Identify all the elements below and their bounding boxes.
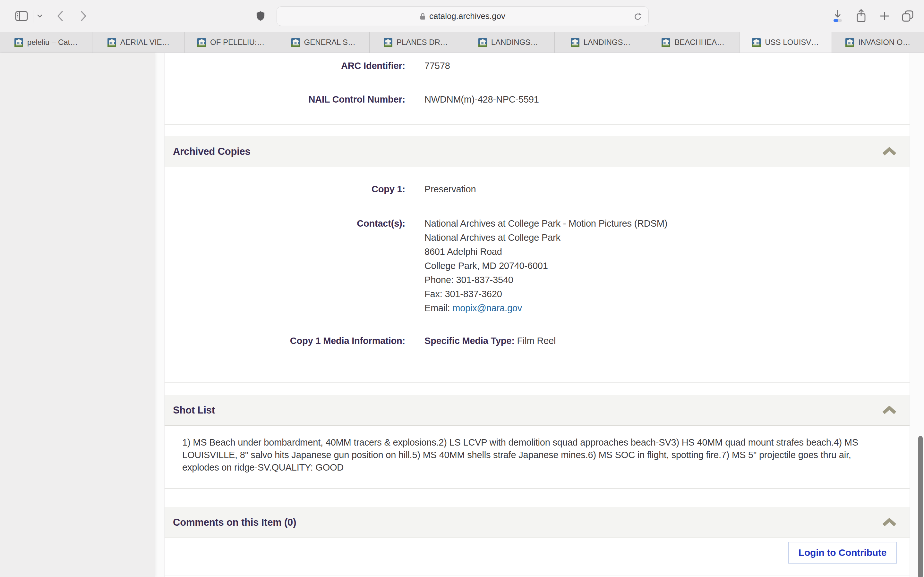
contact-line: 8601 Adelphi Road [425, 245, 909, 259]
contact-line: College Park, MD 20740-6001 [425, 259, 909, 273]
nara-favicon [384, 38, 393, 47]
section-title: Archived Copies [173, 146, 250, 157]
field-row-nail-control-number: NAIL Control Number: NWDNM(m)-428-NPC-55… [165, 93, 909, 106]
browser-tab[interactable]: PLANES DR… [370, 32, 462, 53]
browser-tab[interactable]: peleliu – Cat… [0, 32, 92, 53]
sidebar-toggle-button[interactable] [13, 0, 29, 32]
field-value: Specific Media Type: Film Reel [425, 334, 909, 347]
field-row-contacts: Contact(s): National Archives at College… [165, 216, 909, 315]
tab-overview-button[interactable] [898, 0, 917, 32]
field-row-media-information: Copy 1 Media Information: Specific Media… [165, 334, 909, 347]
address-bar[interactable]: catalog.archives.gov [276, 6, 649, 26]
media-type-value: Film Reel [517, 335, 556, 346]
section-divider [165, 124, 909, 125]
shot-list-text: 1) MS Beach under bombardment, 40MM trac… [182, 436, 879, 474]
contact-line: Phone: 301-837-3540 [425, 273, 909, 287]
back-button[interactable] [51, 0, 69, 32]
contact-email-line: Email: mopix@nara.gov [425, 301, 909, 315]
field-label: Copy 1 Media Information: [165, 334, 405, 347]
section-title: Shot List [173, 405, 215, 416]
email-label: Email: [425, 303, 452, 313]
tab-title: OF PELELIU:… [210, 38, 264, 47]
forward-icon [79, 10, 87, 22]
page-viewport: ARC Identifier: 77578 NAIL Control Numbe… [0, 53, 924, 577]
lock-icon [420, 13, 425, 20]
collapse-chevron-up-icon[interactable] [882, 406, 897, 415]
field-value: NWDNM(m)-428-NPC-5591 [425, 93, 909, 106]
tab-title: BEACHHEA… [674, 38, 724, 47]
field-value: 77578 [425, 59, 909, 72]
nara-favicon [478, 38, 487, 47]
collapse-chevron-up-icon[interactable] [882, 147, 897, 156]
nara-favicon [15, 38, 23, 47]
login-to-contribute-button[interactable]: Login to Contribute [788, 542, 897, 564]
tab-title: peleliu – Cat… [27, 38, 78, 47]
tab-overview-icon [901, 10, 914, 22]
back-icon [56, 10, 65, 22]
tab-title: USS LOUISV… [765, 38, 819, 47]
tab-title: GENERAL S… [304, 38, 356, 47]
tab-title: INVASION O… [858, 38, 910, 47]
collapse-chevron-up-icon[interactable] [882, 518, 897, 527]
section-divider [165, 488, 909, 489]
tab-bar: peleliu – Cat… AERIAL VIE… [0, 32, 924, 53]
sidebar-toggle-icon [15, 11, 28, 21]
section-header-shot-list[interactable]: Shot List [165, 395, 909, 426]
field-row-arc-identifier: ARC Identifier: 77578 [165, 59, 909, 72]
tab-title: AERIAL VIE… [120, 38, 170, 47]
nara-favicon [197, 38, 206, 47]
contact-address-lines: National Archives at College Park - Moti… [425, 216, 909, 301]
email-link[interactable]: mopix@nara.gov [452, 303, 522, 313]
url-text: catalog.archives.gov [429, 11, 505, 21]
tab-title: LANDINGS… [583, 38, 631, 47]
share-icon [855, 9, 867, 23]
browser-tab[interactable]: AERIAL VIE… [92, 32, 185, 53]
reload-button[interactable] [632, 11, 643, 22]
field-value: Preservation [425, 183, 909, 195]
page-left-margin [0, 53, 155, 577]
browser-tab[interactable]: USS LOUISV… [740, 32, 832, 53]
field-label: Contact(s): [165, 216, 405, 315]
downloads-icon [830, 8, 845, 24]
catalog-record-page: ARC Identifier: 77578 NAIL Control Numbe… [164, 53, 910, 577]
downloads-button[interactable] [829, 0, 847, 32]
tab-group-dropdown-button[interactable] [34, 0, 45, 32]
nara-favicon [291, 38, 300, 47]
browser-tab[interactable]: LANDINGS… [555, 32, 647, 53]
share-button[interactable] [852, 0, 871, 32]
section-title: Comments on this Item (0) [173, 517, 296, 528]
browser-tab[interactable]: BEACHHEA… [647, 32, 740, 53]
download-progress-fill [834, 19, 838, 22]
tab-title: PLANES DR… [397, 38, 448, 47]
card-bottom-edge [165, 575, 909, 575]
contact-block: National Archives at College Park - Moti… [425, 216, 909, 315]
section-header-archived-copies[interactable]: Archived Copies [165, 136, 909, 167]
nara-favicon [752, 38, 761, 47]
nara-favicon [662, 38, 670, 47]
media-type-label: Specific Media Type: [425, 335, 515, 346]
nara-favicon [845, 38, 854, 47]
forward-button[interactable] [74, 0, 92, 32]
field-row-copy1: Copy 1: Preservation [165, 183, 909, 195]
field-label: NAIL Control Number: [165, 93, 405, 106]
tab-title: LANDINGS… [491, 38, 538, 47]
browser-tab[interactable]: INVASION O… [832, 32, 924, 53]
privacy-shield-icon [256, 10, 265, 23]
new-tab-icon [879, 11, 890, 21]
vertical-scrollbar-thumb[interactable] [918, 436, 923, 577]
field-label: Copy 1: [165, 183, 405, 195]
reload-icon [633, 12, 642, 21]
contact-line: Fax: 301-837-3620 [425, 287, 909, 301]
new-tab-button[interactable] [875, 0, 894, 32]
section-divider [165, 382, 909, 383]
browser-tab[interactable]: OF PELELIU:… [185, 32, 277, 53]
browser-tab[interactable]: LANDINGS… [462, 32, 554, 53]
contact-line: National Archives at College Park - Moti… [425, 216, 909, 230]
tab-group-chevron-icon [37, 14, 43, 18]
privacy-report-button[interactable] [252, 0, 269, 32]
section-header-comments[interactable]: Comments on this Item (0) [165, 507, 909, 538]
field-label: ARC Identifier: [165, 59, 405, 72]
browser-tab[interactable]: GENERAL S… [277, 32, 370, 53]
nara-favicon [571, 38, 580, 47]
browser-toolbar: catalog.archives.gov [0, 0, 924, 32]
